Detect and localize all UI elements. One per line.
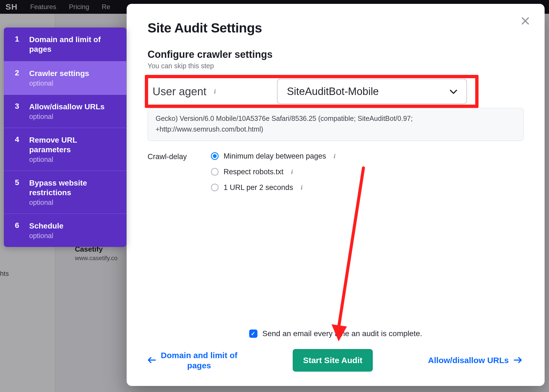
radio-icon (211, 152, 219, 160)
user-agent-label: User agent i (148, 85, 266, 98)
checkbox-checked-icon: ✓ (249, 330, 257, 338)
wizard-steps-panel: 1 Domain and limit of pages 2 Crawler se… (4, 28, 126, 247)
crawl-delay-option-robots[interactable]: Respect robots.txt i (211, 168, 338, 176)
email-notify-label: Send an email every time an audit is com… (262, 329, 422, 338)
crawl-delay-options: Minimum delay between pages i Respect ro… (211, 152, 338, 192)
wizard-step-title: Bypass website restrictions (29, 178, 119, 197)
wizard-step-schedule[interactable]: 6 Schedule optional (4, 214, 126, 247)
next-step-label: Allow/disallow URLs (428, 355, 509, 366)
crawl-delay-option-1per2[interactable]: 1 URL per 2 seconds i (211, 183, 338, 192)
wizard-step-title: Allow/disallow URLs (29, 102, 105, 111)
start-button-label: Start Site Audit (303, 356, 363, 365)
crawl-delay-option-min[interactable]: Minimum delay between pages i (211, 152, 338, 160)
info-icon[interactable]: i (289, 168, 296, 175)
wizard-step-optional: optional (29, 232, 63, 240)
wizard-step-number: 5 (15, 178, 22, 206)
site-audit-settings-modal: Site Audit Settings Configure crawler se… (127, 4, 545, 386)
skip-hint: You can skip this step (148, 62, 524, 70)
arrow-right-icon (514, 356, 522, 365)
prev-step-label: Domain and limit ofpages (161, 350, 237, 371)
radio-icon (211, 168, 219, 176)
user-agent-select[interactable]: SiteAuditBot-Mobile (277, 79, 467, 104)
wizard-step-optional: optional (29, 156, 119, 164)
crawl-delay-option-label: Respect robots.txt (224, 168, 284, 176)
arrow-left-icon (148, 356, 156, 365)
wizard-step-optional: optional (29, 113, 105, 121)
close-button[interactable] (519, 15, 531, 27)
crawl-delay-label: Crawl-delay (148, 152, 192, 161)
wizard-step-domain[interactable]: 1 Domain and limit of pages (4, 28, 126, 61)
info-icon[interactable]: i (211, 88, 219, 95)
email-notify-row[interactable]: ✓ Send an email every time an audit is c… (148, 329, 524, 338)
start-site-audit-button[interactable]: Start Site Audit (293, 349, 373, 372)
wizard-step-number: 6 (15, 221, 22, 240)
modal-title: Site Audit Settings (148, 20, 524, 36)
wizard-step-number: 3 (15, 102, 22, 121)
wizard-step-title: Schedule (29, 221, 63, 231)
wizard-step-number: 2 (15, 69, 22, 87)
user-agent-string-display: Gecko) Version/6.0 Mobile/10A5376e Safar… (148, 108, 524, 141)
wizard-step-number: 1 (15, 35, 22, 54)
section-title: Configure crawler settings (148, 49, 524, 60)
wizard-step-title: Domain and limit of pages (29, 35, 119, 54)
user-agent-selected-value: SiteAuditBot-Mobile (287, 86, 379, 97)
prev-step-link[interactable]: Domain and limit ofpages (148, 350, 237, 371)
wizard-step-remove-params[interactable]: 4 Remove URL parameters optional (4, 128, 126, 171)
wizard-step-bypass[interactable]: 5 Bypass website restrictions optional (4, 171, 126, 214)
next-step-link[interactable]: Allow/disallow URLs (428, 355, 522, 366)
wizard-step-allow-urls[interactable]: 3 Allow/disallow URLs optional (4, 95, 126, 128)
radio-icon (211, 184, 219, 191)
wizard-step-title: Crawler settings (29, 69, 89, 78)
chevron-down-icon (450, 87, 457, 96)
info-icon[interactable]: i (298, 184, 305, 191)
close-icon (521, 17, 530, 25)
wizard-step-number: 4 (15, 135, 22, 164)
crawl-delay-option-label: 1 URL per 2 seconds (224, 183, 293, 192)
wizard-step-optional: optional (29, 79, 89, 87)
wizard-step-title: Remove URL parameters (29, 135, 119, 154)
user-agent-label-text: User agent (153, 85, 206, 98)
info-icon[interactable]: i (331, 153, 338, 160)
crawl-delay-option-label: Minimum delay between pages (224, 152, 326, 160)
wizard-step-optional: optional (29, 198, 119, 206)
wizard-step-crawler[interactable]: 2 Crawler settings optional (4, 61, 126, 95)
